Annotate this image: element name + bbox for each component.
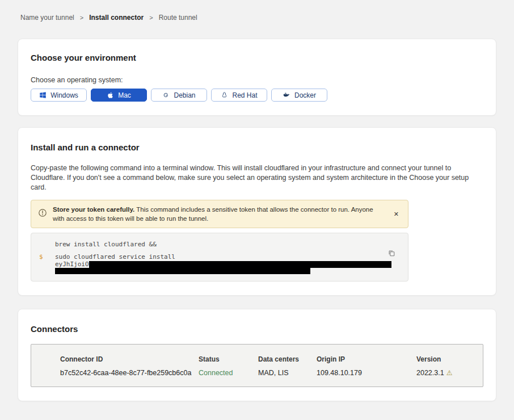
breadcrumb-name-your-tunnel[interactable]: Name your tunnel: [20, 14, 74, 22]
os-button-windows[interactable]: Windows: [31, 89, 87, 102]
column-header-status: Status: [199, 355, 258, 363]
version-number: 2022.3.1: [416, 369, 444, 377]
debian-icon: [162, 91, 170, 99]
os-select-label: Choose an operating system:: [31, 76, 483, 84]
apple-icon: [107, 91, 114, 99]
code-gutter: [39, 241, 55, 248]
table-row: b7c52c42-6caa-48ee-8c77-fbe259cb6c0a Con…: [60, 369, 477, 377]
os-button-mac[interactable]: Mac: [91, 89, 147, 102]
column-header-data-centers: Data centers: [258, 355, 317, 363]
os-button-redhat[interactable]: Red Hat: [211, 89, 267, 102]
code-line-2-text: sudo cloudflared service install: [55, 253, 175, 261]
os-button-debian[interactable]: Debian: [151, 89, 207, 102]
os-button-group: Windows Mac Debian Red Hat: [31, 89, 483, 102]
connector-id-value: b7c52c42-6caa-48ee-8c77-fbe259cb6c0a: [60, 369, 199, 377]
copy-icon: [387, 250, 395, 259]
token-prefix: eyJhIjoiO: [55, 261, 89, 268]
install-description: Copy-paste the following command into a …: [31, 163, 483, 192]
close-icon: ✕: [394, 211, 399, 217]
docker-icon: [283, 91, 290, 99]
banner-close-button[interactable]: ✕: [391, 210, 401, 219]
code-line-2: $ sudo cloudflared service install: [39, 253, 400, 261]
token-line: eyJhIjoiO: [39, 261, 400, 268]
status-badge: Connected: [199, 369, 258, 377]
breadcrumb-separator: >: [80, 14, 83, 21]
shell-prompt: $: [39, 253, 55, 261]
os-button-label: Windows: [50, 91, 78, 99]
os-button-label: Docker: [294, 91, 316, 99]
redaction-bar: [89, 261, 391, 268]
os-button-label: Debian: [174, 91, 195, 99]
version-value: 2022.3.1⚠: [416, 369, 477, 377]
token-warning-bold: Store your token carefully.: [53, 206, 134, 213]
install-card: Install and run a connector Copy-paste t…: [18, 127, 496, 296]
install-command-codeblock: brew install cloudflared && $ sudo cloud…: [31, 233, 408, 282]
connectors-card: Connectors Connector ID Status Data cent…: [18, 309, 496, 401]
token-warning-banner: Store your token carefully. This command…: [31, 200, 408, 228]
token-warning-text: Store your token carefully. This command…: [53, 205, 377, 223]
code-line-1-text: brew install cloudflared &&: [55, 241, 157, 248]
data-centers-value: MAD, LIS: [258, 369, 317, 377]
redaction-bar: [55, 268, 310, 274]
breadcrumb-separator: >: [149, 14, 153, 21]
connectors-card-title: Connectors: [31, 324, 483, 334]
environment-card: Choose your environment Choose an operat…: [18, 39, 496, 116]
breadcrumb: Name your tunnel > Install connector > R…: [0, 0, 514, 22]
origin-ip-value: 109.48.10.179: [317, 369, 416, 377]
breadcrumb-route-tunnel[interactable]: Route tunnel: [159, 14, 197, 22]
breadcrumb-install-connector[interactable]: Install connector: [89, 14, 144, 22]
install-card-title: Install and run a connector: [31, 142, 483, 152]
environment-card-title: Choose your environment: [31, 53, 483, 62]
copy-command-button[interactable]: [386, 248, 397, 260]
column-header-origin-ip: Origin IP: [317, 355, 416, 363]
os-button-label: Red Hat: [232, 91, 257, 99]
alert-circle-icon: [38, 208, 47, 220]
os-button-label: Mac: [118, 91, 131, 99]
redhat-linux-icon: [221, 91, 228, 99]
os-button-docker[interactable]: Docker: [271, 89, 327, 102]
column-header-version: Version: [416, 355, 477, 363]
warning-triangle-icon: ⚠: [446, 369, 453, 377]
code-line-1: brew install cloudflared &&: [39, 241, 400, 248]
windows-icon: [39, 91, 47, 99]
connectors-table-header: Connector ID Status Data centers Origin …: [60, 355, 477, 363]
column-header-connector-id: Connector ID: [60, 355, 199, 363]
connectors-table: Connector ID Status Data centers Origin …: [31, 344, 483, 387]
